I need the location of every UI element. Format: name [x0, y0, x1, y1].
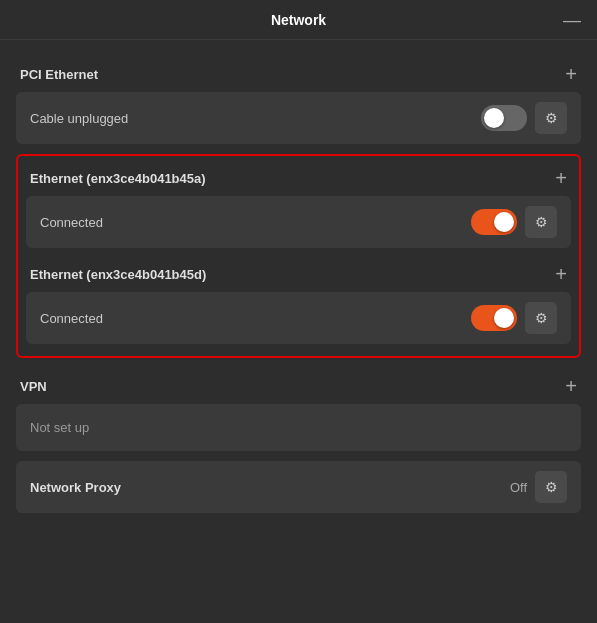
- main-content: PCI Ethernet + Cable unplugged ⚙: [0, 40, 597, 529]
- gear-icon: ⚙: [545, 479, 558, 495]
- pci-ethernet-card: Cable unplugged ⚙: [16, 92, 581, 144]
- ethernet-a-toggle[interactable]: [471, 209, 517, 235]
- ethernet-a-header: Ethernet (enx3ce4b041b45a) +: [18, 160, 579, 196]
- vpn-header: VPN +: [16, 368, 581, 404]
- cable-unplugged-gear-button[interactable]: ⚙: [535, 102, 567, 134]
- pci-ethernet-section: PCI Ethernet + Cable unplugged ⚙: [16, 56, 581, 144]
- pci-ethernet-header: PCI Ethernet +: [16, 56, 581, 92]
- gear-icon: ⚙: [535, 310, 548, 326]
- network-proxy-section: Network Proxy Off ⚙: [16, 461, 581, 513]
- ethernet-a-label: Connected: [40, 215, 103, 230]
- ethernet-d-add-button[interactable]: +: [555, 264, 567, 284]
- ethernet-d-card: Connected ⚙: [26, 292, 571, 344]
- ethernet-a-toggle-thumb: [494, 212, 514, 232]
- ethernet-a-row: Connected ⚙: [40, 196, 557, 248]
- ethernet-d-toggle-track: [471, 305, 517, 331]
- cable-unplugged-controls: ⚙: [481, 102, 567, 134]
- ethernet-a-title: Ethernet (enx3ce4b041b45a): [30, 171, 206, 186]
- network-proxy-controls: Off ⚙: [510, 471, 567, 503]
- ethernet-d-label: Connected: [40, 311, 103, 326]
- window-title: Network: [271, 12, 326, 28]
- cable-unplugged-row: Cable unplugged ⚙: [30, 92, 567, 144]
- ethernet-d-title: Ethernet (enx3ce4b041b45d): [30, 267, 206, 282]
- network-proxy-gear-button[interactable]: ⚙: [535, 471, 567, 503]
- minimize-button[interactable]: —: [563, 11, 581, 29]
- vpn-not-setup-label: Not set up: [30, 420, 89, 435]
- pci-ethernet-add-button[interactable]: +: [565, 64, 577, 84]
- ethernet-a-controls: ⚙: [471, 206, 557, 238]
- ethernet-a-add-button[interactable]: +: [555, 168, 567, 188]
- titlebar: Network —: [0, 0, 597, 40]
- cable-unplugged-toggle-track: [481, 105, 527, 131]
- cable-unplugged-label: Cable unplugged: [30, 111, 128, 126]
- cable-unplugged-toggle[interactable]: [481, 105, 527, 131]
- ethernet-a-toggle-track: [471, 209, 517, 235]
- ethernet-d-gear-button[interactable]: ⚙: [525, 302, 557, 334]
- ethernet-d-row: Connected ⚙: [40, 292, 557, 344]
- ethernet-a-gear-button[interactable]: ⚙: [525, 206, 557, 238]
- vpn-title: VPN: [20, 379, 47, 394]
- ethernet-d-toggle[interactable]: [471, 305, 517, 331]
- pci-ethernet-title: PCI Ethernet: [20, 67, 98, 82]
- highlighted-ethernet-section: Ethernet (enx3ce4b041b45a) + Connected ⚙: [16, 154, 581, 358]
- vpn-not-setup-card: Not set up: [16, 404, 581, 451]
- gear-icon: ⚙: [545, 110, 558, 126]
- vpn-add-button[interactable]: +: [565, 376, 577, 396]
- network-proxy-card: Network Proxy Off ⚙: [16, 461, 581, 513]
- ethernet-d-toggle-thumb: [494, 308, 514, 328]
- network-proxy-title: Network Proxy: [30, 480, 121, 495]
- network-proxy-row: Network Proxy Off ⚙: [30, 461, 567, 513]
- ethernet-d-controls: ⚙: [471, 302, 557, 334]
- ethernet-d-header: Ethernet (enx3ce4b041b45d) +: [18, 256, 579, 292]
- gear-icon: ⚙: [535, 214, 548, 230]
- cable-unplugged-toggle-thumb: [484, 108, 504, 128]
- ethernet-a-card: Connected ⚙: [26, 196, 571, 248]
- vpn-section: VPN + Not set up: [16, 368, 581, 451]
- network-proxy-status: Off: [510, 480, 527, 495]
